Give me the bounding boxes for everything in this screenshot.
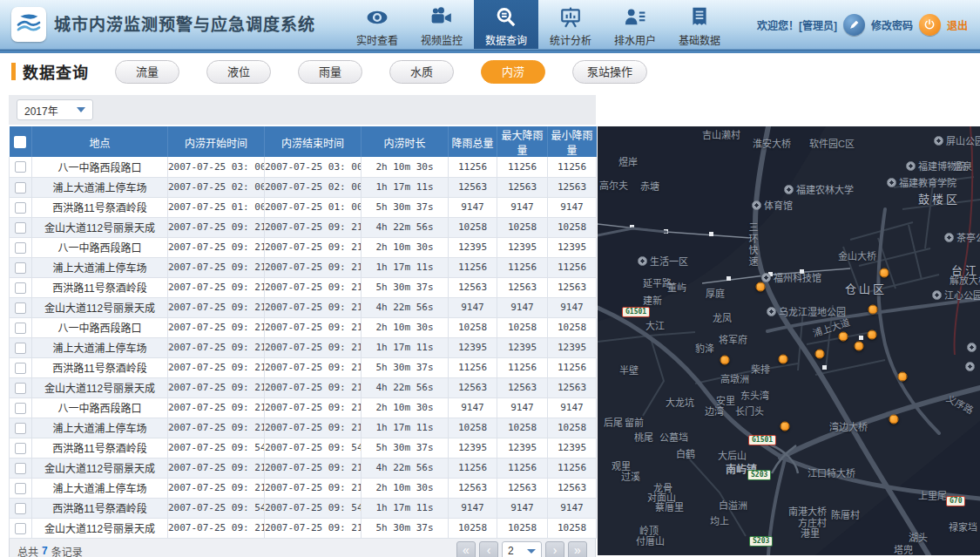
table-row[interactable]: 西洪路11号祭酒岭段2007-07-25 09: 542007-07-25 09… bbox=[10, 498, 597, 518]
row-checkbox[interactable] bbox=[15, 302, 26, 314]
row-checkbox[interactable] bbox=[15, 202, 26, 214]
eye-icon bbox=[345, 6, 409, 31]
table-row[interactable]: 浦上大道浦上停车场2007-07-25 09: 212007-07-25 09:… bbox=[10, 478, 597, 498]
row-checkbox[interactable] bbox=[15, 423, 26, 434]
cell: 2007-07-25 09: 21 bbox=[168, 458, 265, 478]
row-checkbox[interactable] bbox=[15, 403, 26, 414]
nav-item-drain-users[interactable]: 排水用户 bbox=[603, 0, 667, 49]
row-checkbox[interactable] bbox=[15, 323, 26, 334]
year-select[interactable]: 2017年 bbox=[17, 99, 93, 120]
table-row[interactable]: 金山大道112号丽景天成2007-07-25 09: 212007-07-25 … bbox=[10, 217, 597, 237]
map-label: 仓山区 bbox=[845, 280, 887, 296]
tab-water-quality[interactable]: 水质 bbox=[389, 60, 454, 84]
waterlogging-marker[interactable] bbox=[868, 305, 878, 315]
row-checkbox[interactable] bbox=[15, 242, 26, 254]
table-row[interactable]: 金山大道112号丽景天成2007-07-25 09: 212007-07-25 … bbox=[10, 518, 597, 538]
nav-item-realtime-view[interactable]: 实时查看 bbox=[345, 0, 409, 49]
waterlogging-marker[interactable] bbox=[855, 342, 864, 351]
table-row[interactable]: 浦上大道浦上停车场2007-07-25 09: 212007-07-25 09:… bbox=[10, 337, 597, 357]
cell: 金山大道112号丽景天成 bbox=[32, 458, 168, 478]
waterlogging-marker[interactable] bbox=[868, 330, 877, 340]
cell: 2h 10m 30s bbox=[362, 317, 449, 337]
table-row[interactable]: 西洪路11号祭酒岭段2007-07-25 09: 212007-07-25 09… bbox=[10, 357, 597, 377]
waterlogging-marker[interactable] bbox=[781, 422, 790, 431]
cell: 2007-07-25 09: 21 bbox=[265, 478, 362, 498]
waterlogging-marker[interactable] bbox=[720, 356, 730, 365]
doc-icon bbox=[667, 6, 732, 31]
table-row[interactable]: 八一中路西段路口2007-07-25 03: 002007-07-25 03: … bbox=[10, 157, 597, 177]
page-select[interactable]: 2 bbox=[502, 541, 542, 557]
logout-link[interactable]: 退出 bbox=[947, 17, 968, 32]
change-password-link[interactable]: 修改密码 bbox=[871, 17, 913, 32]
table-row[interactable]: 金山大道112号丽景天成2007-07-25 09: 212007-07-25 … bbox=[10, 377, 597, 397]
table-row[interactable]: 西洪路11号祭酒岭段2007-07-25 09: 542007-07-25 09… bbox=[10, 438, 597, 458]
cell: 2007-07-25 09: 21 bbox=[265, 397, 362, 418]
tab-level[interactable]: 液位 bbox=[206, 60, 271, 84]
row-checkbox[interactable] bbox=[15, 262, 26, 274]
table-row[interactable]: 西洪路11号祭酒岭段2007-07-25 09: 212007-07-25 09… bbox=[10, 277, 597, 297]
nav-item-video-monitor[interactable]: 视频监控 bbox=[409, 0, 474, 49]
poi-icon bbox=[967, 343, 977, 352]
nav-item-base-data[interactable]: 基础数据 bbox=[667, 0, 732, 49]
row-checkbox[interactable] bbox=[15, 443, 26, 454]
tab-waterlogging[interactable]: 内涝 bbox=[481, 60, 545, 84]
waterlogging-marker[interactable] bbox=[889, 415, 899, 425]
table-row[interactable]: 八一中路西段路口2007-07-25 09: 212007-07-25 09: … bbox=[10, 237, 597, 257]
first-page-button[interactable]: « bbox=[456, 541, 476, 557]
tab-rainfall[interactable]: 雨量 bbox=[298, 60, 362, 84]
table-row[interactable]: 浦上大道浦上停车场2007-07-25 09: 212007-07-25 09:… bbox=[10, 418, 597, 438]
waterlogging-table: 地点内涝开始时间内涝结束时间内涝时长降雨总量最大降雨量最小降雨量 八一中路西段路… bbox=[9, 126, 597, 539]
waterlogging-marker[interactable] bbox=[815, 350, 825, 359]
waterlogging-marker[interactable] bbox=[779, 355, 788, 364]
row-checkbox[interactable] bbox=[15, 282, 26, 294]
cell: 9147 bbox=[449, 397, 497, 418]
waterlogging-marker[interactable] bbox=[880, 268, 889, 278]
waterlogging-marker[interactable] bbox=[756, 282, 766, 292]
cell: 11256 bbox=[497, 257, 548, 277]
next-page-button[interactable]: › bbox=[545, 541, 564, 557]
nav-item-label: 视频监控 bbox=[409, 32, 474, 47]
edit-password-icon[interactable] bbox=[843, 14, 865, 36]
map-canvas[interactable]: 吉山濑村淮安大桥软件园C区温泉煜岸高尔夫赤塘鼓楼区金山大桥台江解放大桥三环快速延… bbox=[598, 126, 980, 555]
map-label: 解放大桥 bbox=[950, 273, 980, 287]
table-row[interactable]: 八一中路西段路口2007-07-25 09: 212007-07-25 09: … bbox=[10, 317, 597, 337]
cell: 浦上大道浦上停车场 bbox=[32, 478, 168, 498]
row-checkbox[interactable] bbox=[15, 483, 26, 494]
road-shield: G1501 bbox=[748, 435, 776, 445]
table-row[interactable]: 西洪路11号祭酒岭段2007-07-25 01: 002007-07-25 01… bbox=[10, 197, 597, 217]
table-row[interactable]: 金山大道112号丽景天成2007-07-25 09: 212007-07-25 … bbox=[10, 297, 597, 317]
table-row[interactable]: 八一中路西段路口2007-07-25 09: 212007-07-25 09: … bbox=[10, 397, 597, 418]
row-checkbox[interactable] bbox=[15, 222, 26, 234]
cell: 2007-07-25 09: 21 bbox=[265, 257, 362, 277]
row-select-cell bbox=[10, 357, 32, 377]
row-checkbox[interactable] bbox=[15, 383, 26, 394]
row-checkbox[interactable] bbox=[15, 503, 26, 514]
poi-icon bbox=[887, 178, 896, 187]
cell: 12395 bbox=[548, 237, 597, 257]
last-page-button[interactable]: » bbox=[568, 541, 587, 557]
table-row[interactable]: 金山大道112号丽景天成2007-07-25 09: 212007-07-25 … bbox=[10, 458, 597, 478]
row-checkbox[interactable] bbox=[15, 463, 26, 474]
cell: 2007-07-25 09: 54 bbox=[265, 438, 362, 458]
row-checkbox[interactable] bbox=[15, 343, 26, 354]
waterlogging-marker[interactable] bbox=[839, 332, 848, 342]
tab-pump-station[interactable]: 泵站操作 bbox=[572, 60, 647, 84]
logout-icon[interactable] bbox=[919, 14, 941, 36]
row-checkbox[interactable] bbox=[15, 182, 26, 194]
cell: 4h 22m 56s bbox=[362, 297, 449, 317]
poi-icon bbox=[767, 307, 776, 316]
row-checkbox[interactable] bbox=[15, 523, 26, 534]
table-row[interactable]: 浦上大道浦上停车场2007-07-25 09: 212007-07-25 09:… bbox=[10, 257, 597, 277]
prev-page-button[interactable]: ‹ bbox=[479, 541, 498, 557]
nav-item-data-query[interactable]: 数据查询 bbox=[474, 0, 538, 49]
table-row[interactable]: 浦上大道浦上停车场2007-07-25 02: 002007-07-25 02:… bbox=[10, 177, 597, 197]
cell: 4h 22m 56s bbox=[362, 377, 449, 397]
nav-item-stats-analysis[interactable]: 统计分析 bbox=[538, 0, 603, 49]
map-poi: 生活一区 bbox=[638, 254, 688, 268]
row-checkbox[interactable] bbox=[15, 363, 26, 374]
tab-flow[interactable]: 流量 bbox=[115, 60, 179, 84]
row-checkbox[interactable] bbox=[15, 161, 26, 173]
waterlogging-marker[interactable] bbox=[898, 372, 908, 382]
cell: 12395 bbox=[449, 438, 497, 458]
select-all-checkbox[interactable] bbox=[14, 136, 26, 148]
